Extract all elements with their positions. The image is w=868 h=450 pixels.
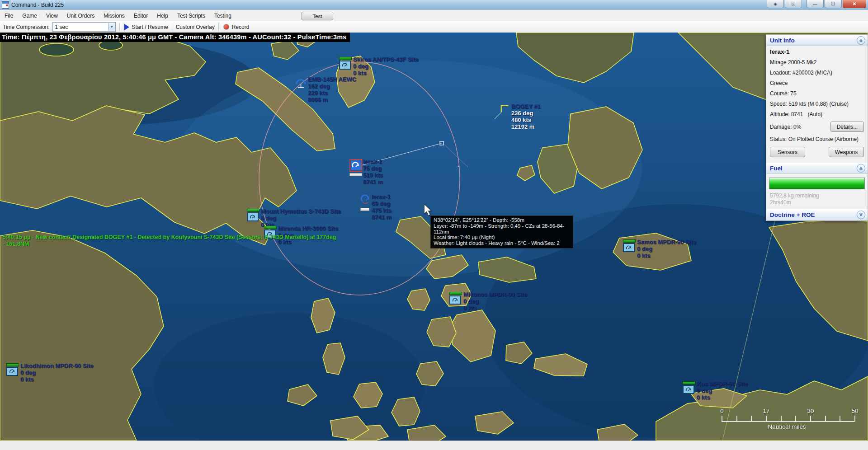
menu-item-file[interactable]: File: [0, 10, 18, 21]
scale-caption: Nautical miles: [768, 423, 806, 430]
unit-data-line: 229 kts: [308, 89, 356, 96]
friendly-air-icon: [360, 194, 371, 205]
unit-altitude: Altitude: 8741 (Auto): [766, 109, 868, 119]
unit-info-title: Unit Info: [770, 37, 795, 44]
unit-label: Samos MPDR-90 Site: [637, 239, 696, 245]
readiness-bar: [683, 381, 695, 384]
unit-data-line: 8066 m: [308, 96, 356, 103]
toolbar: Time Compression: 1 sec ▼ Start / Resume…: [0, 21, 868, 33]
detach-button[interactable]: ⎘: [785, 0, 802, 8]
menu-item-test-scripts[interactable]: Test Scripts: [173, 10, 210, 21]
unit-data-line: 236 deg: [511, 110, 541, 117]
unknown-air-icon: [500, 104, 511, 115]
unit-loadout: Loadout: #200002 (MICA): [766, 67, 868, 78]
scale-tick-label: 30: [807, 408, 814, 414]
minimize-button[interactable]: —: [807, 0, 824, 8]
unit-info-header[interactable]: Unit Info: [766, 35, 868, 46]
maximize-button[interactable]: ❐: [825, 0, 842, 8]
speed-leader-bar: [349, 173, 362, 176]
test-button[interactable]: Test: [302, 12, 333, 20]
radar-site-icon: [449, 295, 461, 305]
mouse-cursor-icon: [424, 204, 432, 216]
unit-data-line: 0 kts: [637, 252, 696, 259]
unit-country: Greece: [766, 78, 868, 88]
doctrine-roe-title: Doctrine + ROE: [770, 211, 815, 218]
tooltip-line: Layer: -87m to -149m - Strength: 0,49 - …: [434, 223, 570, 235]
map-scale: Nautical miles 0173050: [722, 408, 855, 434]
unit-data-line: 0 kts: [20, 376, 94, 383]
map-tooltip: N38°02'14", E25°12'22" - Depth: -558mLay…: [430, 216, 573, 248]
unit-data-line: 0 kts: [697, 394, 748, 401]
weapons-button[interactable]: Weapons: [829, 147, 864, 157]
unit-label: Mirenda HR-3000 Site: [278, 225, 338, 232]
unit-data-line: 75 deg: [363, 165, 383, 172]
scale-tick-label: 0: [720, 408, 724, 414]
collapse-chevron-icon[interactable]: [857, 164, 865, 173]
unit-data-line: 69 deg: [372, 200, 392, 207]
custom-overlay-button[interactable]: Custom Overlay: [176, 24, 215, 30]
unit-label: Skiros AN/TPS-43F Site: [353, 56, 419, 63]
unit-data-line: 0 deg: [261, 215, 341, 221]
range-ring: [259, 62, 460, 295]
details-button[interactable]: Details...: [830, 122, 864, 132]
expand-chevron-icon[interactable]: [857, 211, 865, 219]
radar-site-icon: [339, 61, 351, 70]
doctrine-roe-header[interactable]: Doctrine + ROE: [766, 209, 868, 220]
unit-data-line: 0 deg: [463, 298, 527, 305]
readiness-bar: [247, 209, 259, 212]
start-resume-button[interactable]: Start / Resume: [132, 24, 168, 30]
scale-tick-label: 50: [851, 408, 858, 414]
time-compression-value: 1 sec: [55, 24, 68, 30]
selected-air-icon: [349, 159, 362, 172]
fuel-title: Fuel: [770, 165, 783, 172]
collapse-chevron-icon[interactable]: [857, 36, 865, 45]
readiness-bar: [6, 363, 19, 366]
window-title: Command - Build 225: [11, 2, 64, 8]
menu-item-testing[interactable]: Testing: [210, 10, 236, 21]
menu-item-editor[interactable]: Editor: [129, 10, 152, 21]
unit-type: Mirage 2000-5 Mk2: [766, 57, 868, 67]
unit-status: Status: On Plotted Course (Airborne): [766, 134, 868, 144]
unit-data-line: 12192 m: [511, 123, 541, 130]
unit-info-panel: Unit Info Ierax-1 Mirage 2000-5 Mk2 Load…: [766, 34, 868, 221]
unit-label: Mikonos MPDR-90 Site: [463, 291, 527, 298]
unit-data-line: 480 kts: [511, 117, 541, 123]
menu-item-missions[interactable]: Missions: [99, 10, 129, 21]
unit-data-line: 162 deg: [308, 83, 356, 89]
fuel-remaining: 5792,8 kg remaining: [770, 192, 865, 199]
readiness-bar: [449, 292, 462, 295]
sensors-button[interactable]: Sensors: [770, 147, 805, 157]
menu-item-game[interactable]: Game: [18, 10, 42, 21]
unit-course: Course: 75: [766, 88, 868, 98]
unit-speed: Speed: 519 kts (M 0,88) (Cruise): [766, 98, 868, 109]
unit-label: Likodhimon MPDR-90 Site: [20, 362, 94, 369]
time-compression-select[interactable]: 1 sec ▼: [52, 22, 116, 32]
radar-site-icon: [247, 212, 259, 221]
unit-label: EMB-145H AEWC: [308, 76, 356, 83]
event-log-line: - 161,8NM: [3, 241, 336, 248]
menu-bar: FileGameViewUnit OrdersMissionsEditorHel…: [0, 10, 868, 22]
menu-item-view[interactable]: View: [42, 10, 62, 21]
time-compression-label: Time Compression:: [3, 24, 50, 30]
toggle-button[interactable]: ◈: [767, 0, 784, 8]
readiness-bar: [264, 226, 277, 229]
play-icon: [124, 24, 129, 30]
fuel-endurance: 2hrs40m: [770, 199, 865, 206]
event-log-line: 5:40:15 μμ - New contact! Designated BOG…: [3, 234, 336, 241]
radar-site-icon: [683, 385, 694, 394]
unit-data-line: 519 kts: [363, 172, 383, 178]
time-banner: Time: Πέμπτη, 23 Φεβρουαρίου 2012, 5:40:…: [0, 33, 350, 42]
unit-data-line: 0 deg: [353, 63, 419, 70]
radar-site-icon: [6, 367, 18, 376]
app-icon: [2, 1, 9, 9]
unit-label: Kos MPDR-90 Site: [697, 380, 748, 387]
menu-item-unit-orders[interactable]: Unit Orders: [62, 10, 99, 21]
menu-item-help[interactable]: Help: [152, 10, 173, 21]
tooltip-line: Local time: 7:40 μμ (Night): [434, 234, 570, 240]
close-button[interactable]: ✕: [843, 0, 866, 8]
fuel-header[interactable]: Fuel: [766, 163, 868, 174]
title-bar: Command - Build 225 ◈ ⎘ — ❐ ✕: [0, 0, 868, 10]
record-button[interactable]: Record: [232, 24, 250, 30]
unit-label: Ierax-1: [363, 158, 383, 165]
map-canvas[interactable]: Time: Πέμπτη, 23 Φεβρουαρίου 2012, 5:40:…: [0, 33, 868, 441]
